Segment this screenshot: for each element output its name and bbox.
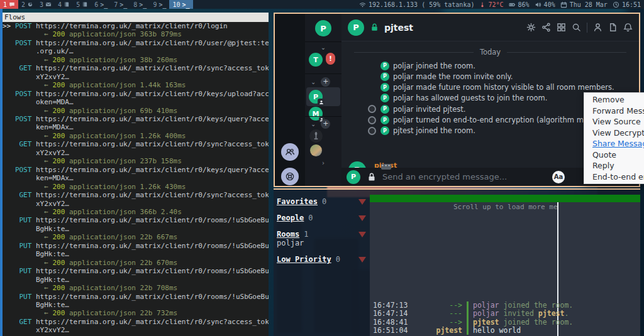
state-event-row[interactable]: Ppoljar joined the room. bbox=[341, 60, 639, 71]
flow-row[interactable]: POST https://termina.org.uk/_matrix/clie… bbox=[3, 90, 269, 98]
collapse-triangle-icon[interactable] bbox=[358, 199, 366, 205]
add-room-button[interactable]: + bbox=[321, 77, 330, 87]
buffer-group-header[interactable]: Favorites0 bbox=[277, 197, 366, 206]
flow-method: GET bbox=[15, 64, 32, 72]
flow-row[interactable]: GET https://termina.org.uk/_matrix/clien… bbox=[3, 64, 269, 72]
flow-response: ← 200 application/json 22b 667ms bbox=[3, 233, 269, 241]
mitmproxy-title: Flows bbox=[3, 13, 269, 22]
log-timestamp: 16:48:41 bbox=[370, 318, 410, 327]
workspace-button-1[interactable]: 1 bbox=[0, 0, 18, 9]
context-menu-item[interactable]: Forward Message bbox=[584, 106, 644, 117]
flow-row[interactable]: >> POST https://termina.org.uk/_matrix/c… bbox=[3, 22, 269, 30]
room-entry[interactable]: T bbox=[309, 53, 323, 67]
room-entry-selected[interactable]: P bbox=[309, 90, 323, 104]
response-arrow-icon: ← bbox=[44, 233, 52, 241]
context-menu-item[interactable]: View Source bbox=[584, 116, 644, 127]
title-bar bbox=[370, 195, 640, 202]
workspace-button-6[interactable]: 6>_ bbox=[91, 0, 111, 9]
state-event-row[interactable]: Ppoljar made future room history visible… bbox=[341, 82, 639, 93]
collapse-triangle-icon[interactable] bbox=[358, 232, 366, 237]
notification-icon[interactable] bbox=[623, 23, 633, 32]
divider bbox=[587, 23, 587, 33]
flow-response: ← 200 application/json 69b 410ms bbox=[3, 107, 269, 115]
terminal-icon: >_ bbox=[100, 1, 108, 8]
add-room-button[interactable]: + bbox=[321, 119, 330, 129]
buffer-group-label: People bbox=[277, 214, 304, 222]
collapse-triangle-icon[interactable] bbox=[358, 257, 366, 263]
flow-row[interactable]: POST https://termina.org.uk/_matrix/clie… bbox=[3, 166, 269, 174]
flow-row[interactable]: PUT https://termina.org.uk/_matrix/clien… bbox=[3, 267, 269, 275]
flow-focus-marker bbox=[3, 191, 15, 199]
flow-row[interactable]: GET https://termina.org.uk/_matrix/clien… bbox=[3, 318, 269, 326]
buffer-group: People0 bbox=[277, 214, 366, 222]
context-menu-item[interactable]: Remove bbox=[584, 94, 644, 106]
flow-focus-marker: >> bbox=[3, 22, 15, 30]
message-input[interactable] bbox=[382, 172, 552, 182]
search-icon[interactable] bbox=[572, 23, 581, 32]
day-divider: Today bbox=[341, 48, 639, 57]
rooms-grid-icon[interactable] bbox=[557, 23, 566, 32]
flow-row[interactable]: PUT https://termina.org.uk/_matrix/clien… bbox=[3, 293, 269, 301]
room-entry[interactable] bbox=[310, 144, 322, 156]
flow-focus-marker bbox=[3, 166, 15, 174]
share-icon[interactable] bbox=[541, 23, 551, 32]
flow-url: https://termina.org.uk/_matrix/client/r0… bbox=[31, 216, 269, 224]
response-meta: application/json 22b 670ms bbox=[65, 259, 177, 267]
flow-url: https://termina.org.uk/_matrix/client/r0… bbox=[31, 267, 269, 275]
chevron-down-icon[interactable]: ⌄ bbox=[311, 79, 316, 85]
buffer-group-header[interactable]: People0 bbox=[277, 214, 366, 222]
response-code: 200 bbox=[52, 309, 65, 317]
workspace-button-7[interactable]: 7>_ bbox=[111, 0, 130, 9]
flow-url: https://termina.org.uk/_matrix/client/r0… bbox=[31, 22, 227, 30]
collapse-triangle-icon[interactable] bbox=[358, 215, 366, 221]
flow-row[interactable]: GET https://termina.org.uk/_matrix/clien… bbox=[3, 140, 269, 148]
member-icon[interactable] bbox=[593, 23, 602, 32]
member-badge-icon bbox=[318, 99, 325, 106]
workspace-number: 3 bbox=[40, 1, 43, 8]
flow-method: POST bbox=[15, 115, 32, 123]
context-menu-item[interactable]: Share Message bbox=[584, 138, 644, 149]
buffer-group-header[interactable]: Rooms1 bbox=[277, 230, 366, 239]
book-icon bbox=[82, 1, 88, 8]
expand-chevron[interactable]: › bbox=[305, 160, 341, 166]
workspace-button-3[interactable]: 3 bbox=[36, 0, 55, 9]
buffer-group-header[interactable]: Low Priority0 bbox=[277, 255, 366, 264]
buffer-item[interactable]: poljar bbox=[277, 239, 366, 247]
workspace-button-4[interactable]: 4 bbox=[55, 0, 73, 9]
format-button[interactable]: Aa bbox=[552, 171, 565, 183]
workspace-button-8[interactable]: 8>_ bbox=[130, 0, 150, 9]
flow-row[interactable]: POST https://termina.org.uk/_matrix/clie… bbox=[3, 115, 269, 123]
flow-row[interactable]: PUT https://termina.org.uk/_matrix/clien… bbox=[3, 216, 269, 224]
divider bbox=[305, 41, 341, 42]
response-meta: application/json 1.26k 430ms bbox=[65, 183, 186, 191]
flow-url: https://termina.org.uk/_matrix/client/r0… bbox=[31, 191, 269, 199]
file-icon[interactable] bbox=[608, 23, 618, 32]
flow-focus-marker bbox=[3, 318, 15, 326]
flow-url-continuation: oken=MDA… bbox=[3, 98, 269, 106]
context-menu-item[interactable]: Quote bbox=[584, 149, 644, 161]
workspace-button-9[interactable]: 9>_ bbox=[150, 0, 169, 9]
flow-row[interactable]: GET https://termina.org.uk/_matrix/clien… bbox=[3, 191, 269, 199]
flow-url: https://termina.org.uk/_matrix/client/r0… bbox=[31, 293, 269, 301]
flow-url: https://termina.org.uk/_matrix/client/r0… bbox=[31, 242, 269, 250]
event-text: pjtest joined the room. bbox=[393, 126, 475, 135]
settings-icon[interactable] bbox=[526, 23, 536, 32]
buffer-group: Favorites0 bbox=[277, 197, 366, 206]
flow-row[interactable]: PUT https://termina.org.uk/_matrix/clien… bbox=[3, 242, 269, 250]
people-button[interactable] bbox=[281, 143, 299, 161]
help-button[interactable] bbox=[281, 168, 299, 185]
collapse-chevron[interactable]: ⌄ bbox=[305, 45, 341, 51]
workspace-button-10[interactable]: 10>_ bbox=[169, 0, 192, 9]
context-menu-item[interactable]: Reply bbox=[584, 160, 644, 171]
room-entry[interactable] bbox=[309, 129, 323, 143]
context-menu-item[interactable]: View Decrypted S bbox=[584, 127, 644, 139]
state-event-row[interactable]: Ppoljar made the room invite only. bbox=[341, 71, 639, 82]
flow-row[interactable]: POST https://termina.org.uk/_matrix/clie… bbox=[3, 39, 269, 47]
context-menu-item[interactable]: End-to-end encry bbox=[584, 171, 644, 183]
workspace-button-5[interactable]: 5 bbox=[73, 0, 91, 9]
chevron-down-icon[interactable]: ⌄ bbox=[311, 121, 316, 127]
room-entry[interactable]: M bbox=[309, 107, 323, 121]
response-meta: application/json 237b 158ms bbox=[65, 157, 181, 165]
account-avatar[interactable]: P bbox=[305, 20, 341, 36]
workspace-button-2[interactable]: 2 bbox=[18, 0, 36, 9]
